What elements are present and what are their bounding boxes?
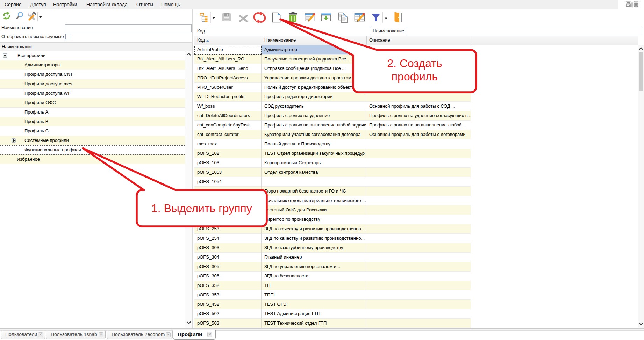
svg-text:1. Выделить группу: 1. Выделить группу (151, 202, 252, 215)
svg-text:2. Создать: 2. Создать (387, 57, 442, 70)
svg-text:профиль: профиль (392, 70, 438, 83)
